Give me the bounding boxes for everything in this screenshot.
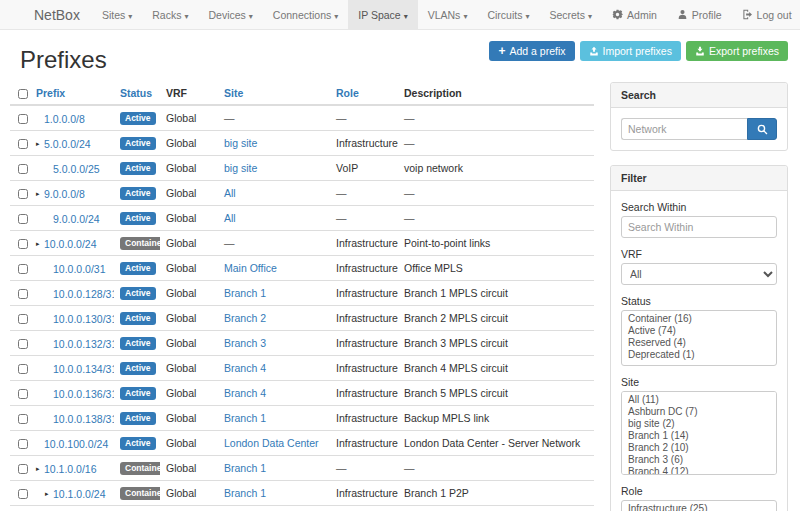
filter-option[interactable]: All (11) <box>622 394 776 406</box>
status-badge: Container <box>120 237 160 250</box>
row-checkbox[interactable] <box>18 264 28 274</box>
filter-option[interactable]: Container (16) <box>622 313 776 325</box>
site-link[interactable]: Branch 1 <box>224 487 266 499</box>
search-within-input[interactable] <box>621 216 777 238</box>
vrf-value: Global <box>166 437 196 449</box>
row-checkbox[interactable] <box>18 414 28 424</box>
role-filter-list[interactable]: Infrastructure (25)Management (8)Private… <box>621 500 777 511</box>
site-link[interactable]: Main Office <box>224 262 277 274</box>
export-prefixes-button[interactable]: Export prefixes <box>686 41 788 61</box>
site-link[interactable]: Branch 4 <box>224 362 266 374</box>
nav-item-sites[interactable]: Sites▾ <box>92 0 142 29</box>
site-link[interactable]: Branch 1 <box>224 287 266 299</box>
page-header: Prefixes + Add a prefix Import prefixes … <box>10 30 788 82</box>
expand-arrow-icon: ▸ <box>36 190 44 198</box>
row-checkbox[interactable] <box>18 339 28 349</box>
row-checkbox[interactable] <box>18 164 28 174</box>
search-button[interactable] <box>747 118 777 140</box>
row-checkbox[interactable] <box>18 464 28 474</box>
status-filter-list[interactable]: Container (16)Active (74)Reserved (4)Dep… <box>621 310 777 366</box>
site-link[interactable]: Branch 1 <box>224 462 266 474</box>
download-icon <box>695 46 705 56</box>
nav-item-ip-space[interactable]: IP Space▾ <box>348 0 417 29</box>
chevron-down-icon: ▾ <box>184 12 188 21</box>
select-all-checkbox[interactable] <box>18 89 28 99</box>
row-checkbox[interactable] <box>18 189 28 199</box>
prefix-link[interactable]: 9.0.0.0/8 <box>44 188 85 200</box>
prefix-link[interactable]: 10.0.100.0/24 <box>44 438 108 450</box>
filter-option[interactable]: Branch 1 (14) <box>622 430 776 442</box>
prefix-link[interactable]: 10.0.0.0/24 <box>44 238 97 250</box>
row-checkbox[interactable] <box>18 489 28 499</box>
filter-option[interactable]: Ashburn DC (7) <box>622 406 776 418</box>
status-badge: Active <box>120 262 156 275</box>
site-link[interactable]: All <box>224 212 236 224</box>
nav-item-secrets[interactable]: Secrets▾ <box>539 0 602 29</box>
prefix-link[interactable]: 10.1.0.0/16 <box>44 463 97 475</box>
app-logo[interactable]: NetBox <box>8 0 92 29</box>
prefix-link[interactable]: 1.0.0.0/8 <box>44 113 85 125</box>
vrf-select[interactable]: All <box>621 263 777 285</box>
site-link[interactable]: London Data Center <box>224 437 319 449</box>
row-checkbox[interactable] <box>18 139 28 149</box>
site-link[interactable]: Branch 2 <box>224 312 266 324</box>
site-link[interactable]: Branch 1 <box>224 412 266 424</box>
nav-item-connections[interactable]: Connections▾ <box>263 0 348 29</box>
site-link[interactable]: Branch 3 <box>224 337 266 349</box>
column-header-site: Site <box>218 82 330 105</box>
filter-option[interactable]: Deprecated (1) <box>622 349 776 361</box>
nav-item-vlans[interactable]: VLANs▾ <box>418 0 478 29</box>
row-checkbox[interactable] <box>18 439 28 449</box>
description-value: Branch 1 MPLS circuit <box>404 287 508 299</box>
prefix-link[interactable]: 5.0.0.0/25 <box>53 163 100 175</box>
row-checkbox[interactable] <box>18 214 28 224</box>
profile-menu-item[interactable]: Profile <box>667 0 732 29</box>
filter-option[interactable]: Reserved (4) <box>622 337 776 349</box>
import-prefixes-button[interactable]: Import prefixes <box>580 41 681 61</box>
role-value: Infrastructure <box>336 387 398 399</box>
prefix-link[interactable]: 10.0.0.0/31 <box>53 263 106 275</box>
prefix-link[interactable]: 10.0.0.130/31 <box>53 313 114 325</box>
filter-option[interactable]: Branch 2 (10) <box>622 442 776 454</box>
site-link[interactable]: big site <box>224 137 257 149</box>
nav-item-devices[interactable]: Devices▾ <box>198 0 262 29</box>
prefix-link[interactable]: 10.0.0.136/31 <box>53 388 114 400</box>
table-row: ▸1.0.0.0/8 Active Global — — — <box>10 105 594 131</box>
status-badge: Active <box>120 187 156 200</box>
logout-menu-item[interactable]: Log out <box>732 0 800 29</box>
prefix-link[interactable]: 10.0.0.138/31 <box>53 413 114 425</box>
table-row: ▸10.0.0.128/31 Active Global Branch 1 In… <box>10 281 594 306</box>
prefix-link[interactable]: 10.0.0.128/31 <box>53 288 114 300</box>
prefix-link[interactable]: 5.0.0.0/24 <box>44 138 91 150</box>
row-checkbox[interactable] <box>18 239 28 249</box>
row-checkbox[interactable] <box>18 114 28 124</box>
nav-item-circuits[interactable]: Circuits▾ <box>477 0 539 29</box>
prefix-link[interactable]: 10.1.0.0/24 <box>53 488 106 500</box>
nav-item-racks[interactable]: Racks▾ <box>142 0 198 29</box>
admin-menu-item[interactable]: Admin <box>602 0 667 29</box>
filter-option[interactable]: Infrastructure (25) <box>622 503 776 511</box>
status-badge: Active <box>120 162 156 175</box>
row-checkbox[interactable] <box>18 364 28 374</box>
filter-option[interactable]: big site (2) <box>622 418 776 430</box>
row-checkbox[interactable] <box>18 289 28 299</box>
prefix-link[interactable]: 10.0.0.132/31 <box>53 338 114 350</box>
filter-option[interactable]: Active (74) <box>622 325 776 337</box>
search-panel-title: Search <box>611 83 787 108</box>
column-header-description: Description <box>398 82 594 105</box>
site-link[interactable]: big site <box>224 162 257 174</box>
site-filter-list[interactable]: All (11)Ashburn DC (7)big site (2)Branch… <box>621 391 777 475</box>
description-value: Point-to-point links <box>404 237 490 249</box>
vrf-value: Global <box>166 112 196 124</box>
site-link[interactable]: All <box>224 187 236 199</box>
table-row: ▸10.1.0.0/25 Active Global Branch 1 — — <box>10 506 594 511</box>
prefix-link[interactable]: 9.0.0.0/24 <box>53 213 100 225</box>
row-checkbox[interactable] <box>18 389 28 399</box>
prefix-link[interactable]: 10.0.0.134/31 <box>53 363 114 375</box>
filter-option[interactable]: Branch 4 (12) <box>622 466 776 475</box>
add-prefix-button[interactable]: + Add a prefix <box>489 41 574 61</box>
site-link[interactable]: Branch 4 <box>224 387 266 399</box>
search-input[interactable] <box>621 118 747 140</box>
row-checkbox[interactable] <box>18 314 28 324</box>
filter-option[interactable]: Branch 3 (6) <box>622 454 776 466</box>
